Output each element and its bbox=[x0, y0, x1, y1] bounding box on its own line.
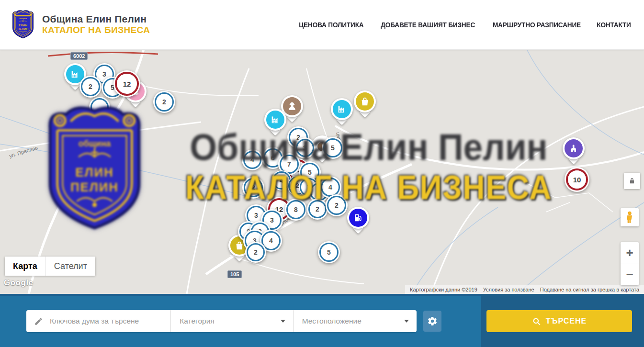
pencil-icon bbox=[34, 317, 43, 326]
worker-icon bbox=[287, 101, 297, 112]
main-nav: ЦЕНОВА ПОЛИТИКА ДОБАВЕТЕ ВАШИЯТ БИЗНЕС М… bbox=[297, 0, 632, 49]
category-select[interactable]: Категория bbox=[170, 310, 293, 332]
terms-link[interactable]: Условия за ползване bbox=[480, 287, 537, 292]
cluster-count: 2 bbox=[254, 248, 258, 256]
cluster-count: 2 bbox=[89, 83, 92, 90]
nav-item-contacts[interactable]: КОНТАКТИ bbox=[597, 21, 631, 29]
site-subtitle: КАТАЛОГ НА БИЗНЕСА bbox=[42, 25, 150, 35]
cluster-count: 5 bbox=[308, 168, 312, 176]
category-select-value: Категория bbox=[180, 317, 280, 325]
search-bar: Категория Местоположение ТЪРСЕНЕ bbox=[0, 294, 644, 347]
cluster-count: 2 bbox=[162, 98, 166, 106]
cluster-marker[interactable]: 10 bbox=[565, 167, 589, 192]
lock-icon bbox=[628, 177, 636, 185]
cluster-marker[interactable]: 4 bbox=[242, 149, 263, 170]
bag-pin-marker[interactable] bbox=[354, 90, 376, 112]
markers-layer: 325122235641375422784128223338342510 bbox=[0, 49, 644, 294]
cluster-marker[interactable]: 5 bbox=[322, 137, 344, 159]
zoom-control: + − bbox=[621, 242, 639, 285]
map-type-control: Карта Сателит bbox=[5, 257, 95, 276]
map-attribution: Картографски данни ©2019 Условия за полз… bbox=[405, 285, 644, 294]
cluster-count: 12 bbox=[123, 80, 131, 88]
cluster-count: 2 bbox=[251, 184, 255, 191]
advanced-settings-button[interactable] bbox=[423, 311, 441, 332]
header: Община Елин Пелин КАТАЛОГ НА БИЗНЕСА ЦЕН… bbox=[0, 0, 644, 50]
street-view-pegman-button[interactable] bbox=[621, 208, 639, 226]
cluster-count: 4 bbox=[269, 237, 273, 245]
search-submit-button[interactable]: ТЪРСЕНЕ bbox=[486, 310, 632, 332]
cluster-count: 2 bbox=[335, 201, 339, 209]
cluster-marker[interactable]: 2 bbox=[242, 177, 264, 199]
cluster-marker[interactable] bbox=[89, 97, 110, 118]
cluster-marker[interactable]: 2 bbox=[307, 199, 328, 220]
factory-pin-marker[interactable] bbox=[331, 98, 353, 120]
chevron-down-icon bbox=[404, 320, 409, 323]
cluster-count: 3 bbox=[303, 144, 307, 152]
fuel-pin-marker[interactable] bbox=[347, 207, 369, 229]
municipality-crest-icon bbox=[11, 9, 35, 40]
cluster-marker[interactable]: 2 bbox=[79, 76, 102, 98]
bag-icon bbox=[360, 96, 370, 107]
google-logo[interactable]: Google bbox=[4, 278, 34, 288]
zoom-out-button[interactable]: − bbox=[621, 264, 639, 286]
map-type-map-button[interactable]: Карта bbox=[5, 257, 45, 276]
cluster-marker[interactable]: 3 bbox=[294, 137, 316, 158]
church-icon bbox=[569, 144, 578, 153]
cluster-marker[interactable]: 5 bbox=[318, 241, 340, 263]
church-pin-marker[interactable] bbox=[563, 137, 585, 159]
keyword-input[interactable] bbox=[49, 316, 170, 326]
cluster-count: 10 bbox=[573, 176, 581, 184]
nav-item-add-business[interactable]: ДОБАВЕТЕ ВАШИЯТ БИЗНЕС bbox=[381, 21, 475, 29]
nav-item-transport-schedule[interactable]: МАРШРУТНО РАЗПИСАНИЕ bbox=[493, 21, 581, 29]
cluster-marker[interactable]: 8 bbox=[285, 199, 307, 221]
cluster-count: 3 bbox=[102, 70, 106, 78]
zoom-in-button[interactable]: + bbox=[621, 242, 639, 264]
cluster-count: 6 bbox=[271, 154, 275, 162]
factory-icon bbox=[337, 104, 347, 114]
chevron-down-icon bbox=[281, 320, 285, 323]
map-data-copyright: Картографски данни ©2019 bbox=[407, 287, 480, 292]
location-select-value: Местоположение bbox=[302, 317, 404, 325]
keyword-field[interactable] bbox=[26, 310, 170, 332]
cluster-count: 3 bbox=[270, 216, 274, 224]
cluster-marker[interactable]: 2 bbox=[153, 91, 175, 113]
cluster-marker[interactable]: 12 bbox=[113, 70, 140, 97]
cluster-count: 7 bbox=[287, 160, 291, 168]
cluster-marker[interactable]: 2 bbox=[245, 242, 266, 263]
page: община ЕЛИН ПЕЛИН Община Елин Пелин КАТА… bbox=[0, 0, 644, 347]
site-title: Община Елин Пелин bbox=[42, 13, 150, 25]
cluster-count: 8 bbox=[294, 206, 298, 213]
cluster-count: 3 bbox=[254, 212, 258, 219]
map-type-satellite-button[interactable]: Сателит bbox=[45, 257, 95, 276]
cluster-count: 2 bbox=[316, 205, 319, 213]
cluster-marker[interactable]: 2 bbox=[326, 194, 348, 216]
map-canvas[interactable]: 325122235641375422784128223338342510 Общ… bbox=[0, 49, 644, 294]
nav-item-pricing[interactable]: ЦЕНОВА ПОЛИТИКА bbox=[299, 21, 363, 29]
report-error-link[interactable]: Подаване на сигнал за грешка в картата bbox=[537, 287, 642, 292]
site-logo[interactable]: Община Елин Пелин КАТАЛОГ НА БИЗНЕСА bbox=[11, 9, 150, 40]
cluster-count: 4 bbox=[328, 183, 332, 191]
cluster-count: 4 bbox=[250, 156, 254, 164]
fuel-icon bbox=[353, 213, 363, 223]
location-select[interactable]: Местоположение bbox=[293, 310, 417, 332]
search-submit-label: ТЪРСЕНЕ bbox=[546, 317, 587, 325]
gear-icon bbox=[427, 316, 438, 326]
lock-button[interactable] bbox=[624, 173, 640, 189]
factory-icon bbox=[270, 114, 281, 125]
cluster-count: 5 bbox=[331, 144, 335, 152]
factory-icon bbox=[70, 69, 80, 79]
search-icon bbox=[532, 317, 541, 326]
cluster-count: 4 bbox=[280, 177, 283, 184]
cluster-count: 5 bbox=[327, 248, 331, 256]
factory-pin-marker[interactable] bbox=[264, 109, 286, 131]
pegman-icon bbox=[624, 211, 635, 224]
search-fields: Категория Местоположение bbox=[26, 310, 417, 332]
